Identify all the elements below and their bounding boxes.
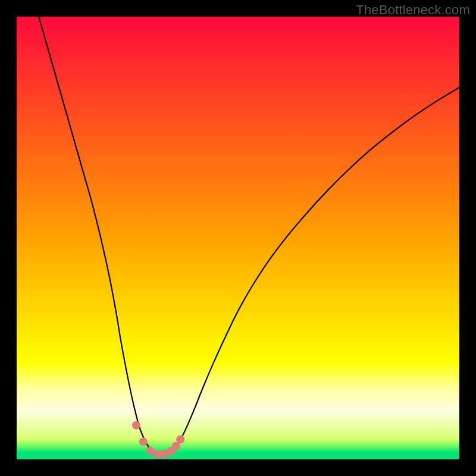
watermark-text: TheBottleneck.com [356,2,470,18]
plot-area [17,17,459,459]
chart-frame: TheBottleneck.com [0,0,476,476]
valley-dot [132,421,140,430]
gradient-background [17,17,459,459]
valley-dot [146,447,155,455]
plot-svg [17,17,459,459]
valley-dot [176,436,184,444]
valley-dot [139,437,148,446]
